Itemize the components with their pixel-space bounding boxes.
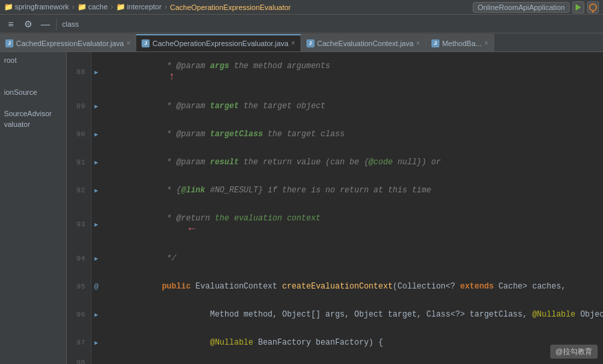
- table-row: 93 ▶ * @return the evaluation context ←: [67, 204, 603, 244]
- tab-close-2[interactable]: ×: [291, 40, 295, 47]
- tabs-bar: J CachedExpressionEvaluator.java × J Cac…: [0, 33, 603, 52]
- breadcrumb-interceptor[interactable]: 📁interceptor: [116, 3, 162, 11]
- sidebar-item-ionsource[interactable]: ionSource: [0, 87, 66, 98]
- java-icon: J: [5, 39, 13, 47]
- tab-method-ba[interactable]: J MethodBa... ×: [426, 34, 494, 51]
- sidebar-item-root[interactable]: root: [0, 55, 66, 65]
- settings-button[interactable]: ⚙: [20, 16, 36, 32]
- java-icon-2: J: [142, 39, 150, 47]
- java-icon-4: J: [431, 39, 439, 47]
- table-row: 97 ▶ @Nullable BeanFactory beanFactory) …: [67, 329, 603, 357]
- java-icon-3: J: [307, 39, 315, 47]
- run-config-selector[interactable]: OnlineRoomApiApplication: [473, 2, 570, 13]
- table-row: 91 ▶ * @param result the return value (c…: [67, 148, 603, 176]
- sidebar-item-sourceadvisor[interactable]: SourceAdvisor: [0, 108, 66, 119]
- table-row: 96 ▶ Method method, Object[] args, Objec…: [67, 301, 603, 329]
- table-row: 90 ▶ * @param targetClass the target cla…: [67, 120, 603, 148]
- table-row: 88 ▶ * @param args the method arguments …: [67, 52, 603, 92]
- tab-close-4[interactable]: ×: [484, 40, 488, 47]
- toolbar-separator: [56, 18, 57, 30]
- menu-button[interactable]: ≡: [3, 16, 19, 32]
- table-row: 95 @ public EvaluationContext createEval…: [67, 272, 603, 301]
- play-icon: [576, 4, 581, 11]
- table-row: 98: [67, 357, 603, 364]
- breadcrumb-bar: 📁springframework › 📁cache › 📁interceptor…: [0, 0, 603, 15]
- tab-close-1[interactable]: ×: [126, 40, 130, 47]
- tab-cache-operation[interactable]: J CacheOperationExpressionEvaluator.java…: [136, 34, 300, 51]
- run-area: OnlineRoomApiApplication: [473, 1, 599, 13]
- code-lines: 88 ▶ * @param args the method arguments …: [67, 52, 603, 364]
- breadcrumb-class[interactable]: CacheOperationExpressionEvaluator: [170, 3, 290, 11]
- tab-cache-evaluation-context[interactable]: J CacheEvaluationContext.java ×: [301, 34, 426, 51]
- toolbar-label: class: [62, 20, 79, 28]
- watermark: @拉勾教育: [550, 345, 598, 359]
- breadcrumb-spring[interactable]: 📁springframework: [4, 3, 69, 11]
- tab-close-3[interactable]: ×: [416, 40, 420, 47]
- table-row: 92 ▶ * {@link #NO_RESULT} if there is no…: [67, 176, 603, 204]
- sidebar-item-2: [0, 65, 66, 76]
- minimize-button[interactable]: —: [37, 16, 53, 32]
- toolbar: ≡ ⚙ — class: [0, 15, 603, 33]
- sidebar-item-3: [0, 76, 66, 87]
- table-row: 94 ▶ */: [67, 244, 603, 272]
- tab-cached-expression[interactable]: J CachedExpressionEvaluator.java ×: [0, 34, 136, 51]
- main-area: root ionSource SourceAdvisor valuator 88…: [0, 52, 603, 364]
- debug-icon: [589, 3, 597, 11]
- run-button[interactable]: [572, 1, 584, 13]
- table-row: 89 ▶ * @param target the target object: [67, 92, 603, 120]
- breadcrumb-cache[interactable]: 📁cache: [77, 3, 108, 11]
- sidebar-item-valuator[interactable]: valuator: [0, 119, 66, 130]
- sidebar: root ionSource SourceAdvisor valuator: [0, 52, 67, 364]
- code-editor[interactable]: 88 ▶ * @param args the method arguments …: [67, 52, 603, 364]
- sidebar-item-5: [0, 98, 66, 108]
- debug-button[interactable]: [587, 1, 599, 13]
